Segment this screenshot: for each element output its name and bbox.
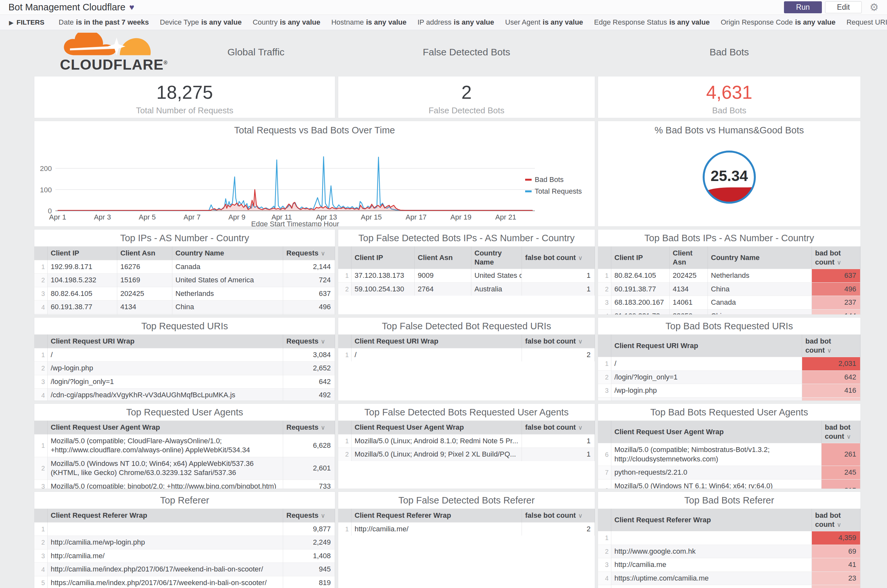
- gauge-title: % Bad Bots vs Humans&Good Bots: [598, 121, 860, 136]
- sort-desc-icon[interactable]: ∨: [321, 338, 325, 345]
- sort-desc-icon[interactable]: ∨: [321, 512, 325, 519]
- column-header[interactable]: Client IP: [47, 246, 117, 260]
- sort-desc-icon[interactable]: ∨: [578, 424, 582, 431]
- column-header[interactable]: false bot count∨: [522, 246, 595, 269]
- cell: http://camilia.me/: [351, 522, 522, 536]
- cell: http://camilia.me/wp-login.php: [47, 536, 283, 549]
- sort-desc-icon[interactable]: ∨: [827, 347, 831, 354]
- legend-swatch: [525, 190, 532, 192]
- column-header[interactable]: Client IP: [611, 246, 669, 269]
- cell: 2,601: [283, 457, 335, 480]
- row-number: 2: [35, 457, 47, 480]
- filter-item[interactable]: Request URIis any value: [846, 18, 887, 26]
- sort-desc-icon[interactable]: ∨: [837, 521, 841, 528]
- row-number-header: [598, 508, 611, 531]
- column-header[interactable]: Client Request URI Wrap: [351, 334, 522, 348]
- column-header[interactable]: Client Asn: [669, 246, 708, 269]
- column-header[interactable]: bad bot count∨: [802, 334, 860, 357]
- legend-entry[interactable]: Bad Bots: [525, 176, 582, 184]
- column-header[interactable]: Requests∨: [283, 246, 335, 260]
- table-title: Top Bad Bots IPs - AS Number - Country: [598, 230, 860, 246]
- column-header[interactable]: Country Name: [172, 246, 283, 260]
- column-header[interactable]: Client Request Referer Wrap: [351, 508, 522, 522]
- table-row: 6Mozilla/5.0 (compatible; Nimbostratus-B…: [598, 443, 860, 466]
- filter-item[interactable]: User Agentis any value: [505, 18, 583, 26]
- column-header[interactable]: Requests∨: [283, 334, 335, 348]
- table-row: 19,877: [35, 522, 335, 536]
- filter-field: Origin Response Code: [721, 18, 793, 26]
- gear-icon[interactable]: ⚙: [869, 1, 879, 13]
- cell: 80.82.64.105: [611, 269, 669, 283]
- filter-item[interactable]: Dateis in the past 7 weeks: [59, 18, 149, 26]
- table-row: 1/2: [338, 348, 595, 362]
- column-header[interactable]: false bot count∨: [522, 508, 595, 522]
- column-header[interactable]: Client Request User Agent Wrap: [611, 421, 822, 443]
- svg-text:Apr 5: Apr 5: [139, 213, 156, 221]
- column-header[interactable]: Client Request URI Wrap: [47, 334, 283, 348]
- sort-desc-icon[interactable]: ∨: [837, 259, 841, 266]
- row-number-header: [338, 246, 351, 269]
- table-row: 14,359: [598, 531, 860, 545]
- column-header[interactable]: Client Request User Agent Wrap: [351, 421, 522, 434]
- table-row: 8Mozilla/5.0 (Windows NT 6.1; Win64; x64…: [598, 479, 860, 489]
- cell: /: [611, 357, 802, 371]
- column-header[interactable]: Country Name: [708, 246, 812, 269]
- sort-desc-icon[interactable]: ∨: [321, 424, 325, 431]
- sort-desc-icon[interactable]: ∨: [578, 338, 582, 345]
- cloudflare-logo: CLOUDFLARE®: [34, 33, 177, 72]
- cell: 15169: [117, 274, 172, 287]
- column-header[interactable]: false bot count∨: [522, 421, 595, 434]
- row-number: 2: [35, 536, 47, 549]
- sort-desc-icon[interactable]: ∨: [846, 433, 851, 440]
- cell: China: [708, 309, 812, 315]
- sort-desc-icon[interactable]: ∨: [578, 512, 582, 519]
- column-header[interactable]: Requests∨: [283, 421, 335, 434]
- table-card-bad-user-agents: Top Bad Bots Requested User AgentsClient…: [598, 404, 861, 489]
- column-header[interactable]: bad bot count∨: [822, 421, 860, 443]
- sort-desc-icon[interactable]: ∨: [578, 255, 582, 261]
- filter-item[interactable]: IP addressis any value: [418, 18, 495, 26]
- cell: 733: [283, 480, 335, 489]
- row-number: 3: [35, 480, 47, 489]
- table-row: 3/login/?login_only=1642: [35, 375, 335, 388]
- column-header[interactable]: Client IP: [351, 246, 414, 269]
- column-header[interactable]: bad bot count∨: [812, 246, 860, 269]
- filter-item[interactable]: Hostnameis any value: [331, 18, 407, 26]
- sort-desc-icon[interactable]: ∨: [321, 250, 325, 257]
- table-row: 1/2,031: [598, 357, 860, 371]
- cell: 245: [822, 466, 860, 480]
- filter-item[interactable]: Countryis any value: [253, 18, 320, 26]
- column-header[interactable]: Client Asn: [117, 246, 172, 260]
- row-number: 1: [338, 269, 351, 283]
- cell: 18: [812, 585, 860, 588]
- column-header[interactable]: false bot count∨: [522, 334, 595, 348]
- legend-entry[interactable]: Total Requests: [525, 187, 582, 196]
- filter-item[interactable]: Device Typeis any value: [160, 18, 242, 26]
- table-row: 137.120.138.1739009United States of Amer…: [338, 269, 595, 283]
- cell: http://camilia.me: [611, 558, 812, 572]
- cell: 492: [283, 388, 335, 401]
- column-header[interactable]: Client Request Referer Wrap: [611, 508, 812, 531]
- run-button[interactable]: Run: [784, 1, 822, 13]
- row-number-header: [338, 508, 351, 522]
- row-number: 1: [598, 269, 611, 283]
- column-header[interactable]: Client Request URI Wrap: [611, 334, 802, 357]
- row-number-header: [35, 246, 47, 260]
- column-header[interactable]: Country Name: [471, 246, 522, 269]
- edit-button[interactable]: Edit: [825, 1, 862, 13]
- column-header[interactable]: Requests∨: [283, 508, 335, 522]
- filters-toggle[interactable]: ▶FILTERS: [9, 18, 44, 26]
- column-header[interactable]: Client Request Referer Wrap: [47, 508, 283, 522]
- column-header[interactable]: Client Request User Agent Wrap: [47, 421, 283, 434]
- table-row: 2Mozilla/5.0 (Windows NT 10.0; Win64; x6…: [35, 457, 335, 480]
- column-header[interactable]: Client Asn: [414, 246, 471, 269]
- cell: 59.100.254.130: [351, 282, 414, 296]
- cell: 2,249: [283, 536, 335, 549]
- cell: 104.198.5.232: [47, 274, 117, 287]
- column-header[interactable]: bad bot count∨: [812, 508, 860, 531]
- filter-item[interactable]: Origin Response Codeis any value: [721, 18, 836, 26]
- cell: 2,144: [283, 260, 335, 274]
- filter-item[interactable]: Edge Response Statusis any value: [594, 18, 710, 26]
- cell: Mozilla/5.0 (Windows NT 6.1; Win64; x64;…: [611, 479, 822, 489]
- line-chart[interactable]: 0100200Apr 1Apr 3Apr 5Apr 7Apr 9Apr 11Ap…: [38, 135, 592, 226]
